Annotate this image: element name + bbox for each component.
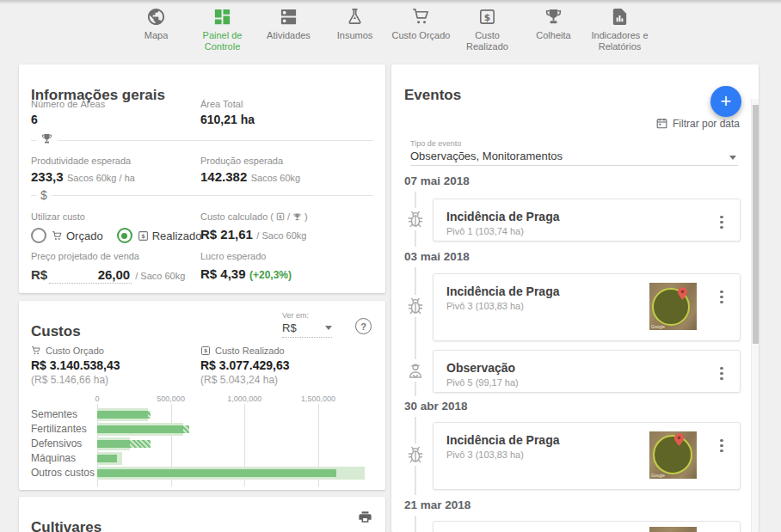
cultivars-card: Cultivares	[19, 497, 385, 532]
map-pin-icon	[678, 287, 687, 300]
profit-delta: (+20,3%)	[249, 269, 292, 281]
timeline-rail	[415, 516, 416, 532]
event-card[interactable]: Incidência de Praga Pivô 3 (103,83 ha) G…	[433, 273, 741, 341]
event-title: Incidência de Praga	[446, 210, 740, 223]
nav-item-mapa[interactable]: Mapa	[123, 4, 189, 52]
cart-icon	[52, 230, 63, 242]
nav-label: Custo Orçado	[388, 30, 454, 41]
view-in-select: Ver em: R$	[282, 311, 332, 338]
bug-icon	[404, 443, 427, 466]
event-card[interactable]: Incidência de Praga Pivô 3 (103,83 ha) G…	[433, 422, 741, 490]
map-thumbnail[interactable]: Google	[649, 283, 697, 330]
help-icon[interactable]: ?	[355, 318, 372, 334]
map-watermark: Google	[651, 324, 665, 329]
chart-row	[97, 422, 374, 437]
sale-price-input[interactable]	[49, 266, 132, 284]
dollar-box-icon: $	[454, 4, 520, 27]
field-productivity: Produtividade esperada 233,3 Sacos 60kg …	[31, 156, 135, 185]
dollar-icon: $	[36, 187, 52, 203]
trophy-icon	[36, 132, 58, 149]
more-options-icon[interactable]	[714, 286, 729, 308]
event-card-partial[interactable]	[433, 521, 741, 532]
calendar-icon	[655, 117, 668, 130]
map-thumbnail[interactable]: Google	[649, 431, 697, 479]
field-sale-price: Preço projetado de venda R$ / Saco 60kg	[31, 251, 185, 284]
field-total-area: Área Total 610,21 ha	[200, 99, 255, 126]
event-subtitle: Pivô 1 (103,74 ha)	[446, 226, 740, 236]
select-underline	[410, 165, 738, 166]
nav-label: Insumos	[322, 30, 388, 41]
nav-label: Custo Realizado	[454, 30, 520, 52]
svg-text:$: $	[141, 232, 145, 239]
chart-plot: 0 500,000 1,000,000 1,500,000	[97, 407, 374, 480]
chart-row	[97, 466, 374, 480]
event-title: Observação	[446, 361, 740, 375]
bug-icon	[404, 295, 427, 317]
flask-icon	[322, 4, 388, 27]
more-options-icon[interactable]	[714, 211, 729, 233]
cart-icon	[388, 4, 454, 27]
nav-label: Painel de Controle	[189, 30, 255, 52]
event-date: 03 mai 2018	[404, 250, 470, 263]
card-title: Cultivares	[31, 519, 101, 532]
nav-item-custo-realizado[interactable]: $ Custo Realizado	[454, 4, 520, 52]
radio-orcado[interactable]: Orçado	[31, 228, 103, 243]
budgeted-cost-summary: Custo Orçado R$ 3.140.538,43 (R$ 5.146,6…	[31, 345, 120, 386]
chart-tick: 1,500,000	[301, 394, 335, 403]
divider	[31, 140, 373, 141]
dollar-box-icon: $	[138, 230, 149, 242]
currency-dropdown[interactable]: R$	[282, 321, 332, 338]
event-date: 07 mai 2018	[404, 174, 470, 187]
dollar-box-icon: $	[276, 212, 285, 221]
event-card[interactable]: Incidência de Praga Pivô 1 (103,74 ha)	[433, 199, 741, 242]
map-pin-icon	[674, 433, 684, 446]
realized-cost-summary: $ Custo Realizado R$ 3.077.429,63 (R$ 5.…	[200, 345, 290, 386]
nav-item-insumos[interactable]: Insumos	[322, 4, 388, 52]
more-options-icon[interactable]	[714, 435, 729, 456]
chart-row	[97, 407, 374, 422]
event-type-select[interactable]: Observações, Monitoramentos	[410, 150, 563, 162]
event-subtitle: Pivô 5 (99,17 ha)	[446, 377, 740, 388]
svg-text:$: $	[204, 347, 207, 353]
events-card: Eventos + Filtrar por data Tipo de event…	[391, 64, 759, 532]
dollar-box-icon: $	[200, 345, 211, 356]
nav-item-indicadores-relatorios[interactable]: Indicadores e Relatórios	[587, 4, 653, 52]
field-use-cost: Utilizar custo Orçado $ Realizado	[31, 211, 215, 243]
bug-icon	[404, 208, 427, 230]
cart-icon	[31, 345, 41, 356]
radio-realizado[interactable]: $ Realizado	[117, 228, 202, 243]
radio-checked-icon[interactable]	[117, 228, 132, 243]
map-watermark: Google	[651, 473, 665, 478]
top-navigation: Mapa Painel de Controle Atividades Insum…	[123, 4, 653, 52]
nav-label: Colheita	[520, 30, 587, 41]
person-icon	[404, 359, 427, 382]
trophy-icon	[520, 4, 587, 27]
print-icon[interactable]	[357, 509, 373, 529]
nav-item-atividades[interactable]: Atividades	[255, 4, 322, 52]
scrollbar-thumb[interactable]	[753, 105, 759, 344]
chevron-down-icon[interactable]	[729, 156, 736, 160]
card-title: Eventos	[404, 87, 461, 104]
chart-category-labels: Sementes Fertilizantes Defensivos Máquin…	[31, 407, 95, 480]
filter-by-date-button[interactable]: Filtrar por data	[655, 117, 740, 130]
nav-item-custo-orcado[interactable]: Custo Orçado	[388, 4, 454, 52]
costs-bar-chart: Sementes Fertilizantes Defensivos Máquin…	[19, 392, 385, 488]
report-icon	[587, 4, 653, 27]
svg-text:$: $	[279, 214, 282, 219]
chart-tick: 1,000,000	[227, 394, 261, 403]
add-event-button[interactable]: +	[710, 86, 741, 117]
field-num-areas: Número de Áreas 6	[31, 99, 105, 126]
dashboard-icon	[189, 4, 255, 27]
event-date: 30 abr 2018	[404, 400, 468, 413]
dashboard-page: Mapa Painel de Controle Atividades Insum…	[0, 0, 781, 532]
event-card[interactable]: Observação Pivô 5 (99,17 ha)	[433, 350, 741, 393]
more-options-icon[interactable]	[714, 363, 729, 384]
general-info-card: Informações gerais Número de Áreas 6 Áre…	[19, 64, 385, 293]
map-thumbnail[interactable]	[649, 527, 697, 532]
card-title: Custos	[31, 323, 81, 340]
nav-item-colheita[interactable]: Colheita	[520, 4, 587, 52]
nav-label: Indicadores e Relatórios	[587, 30, 653, 52]
chart-row	[97, 451, 374, 466]
radio-unchecked-icon[interactable]	[31, 228, 46, 243]
nav-item-painel-de-controle[interactable]: Painel de Controle	[189, 4, 255, 52]
